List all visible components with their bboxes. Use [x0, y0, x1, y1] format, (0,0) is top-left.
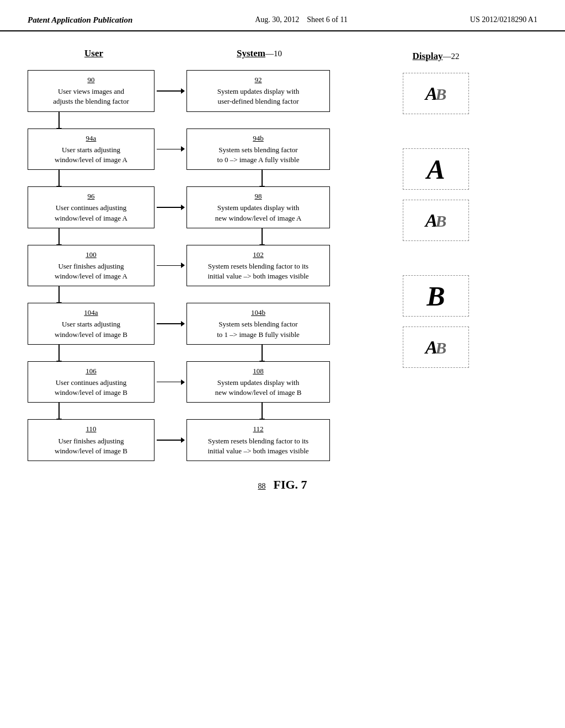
- vert-line-98: [262, 228, 263, 245]
- box-104a: 104a User starts adjusting window/level …: [28, 303, 154, 345]
- display-img-ab-2-text: AB: [425, 210, 447, 231]
- header-sheet: Sheet 6 of 11: [307, 15, 348, 24]
- vert-after-94: [28, 170, 386, 186]
- display-img-ab-1: AB: [403, 73, 469, 114]
- box-102: 102 System resets blending factor to its…: [186, 245, 330, 287]
- arrow-106-108: [157, 382, 184, 383]
- col-header-display: Display—22: [413, 51, 460, 62]
- box-110: 110 User finishes adjusting window/level…: [28, 419, 154, 461]
- display-img-ab-1-text: AB: [425, 83, 447, 104]
- box-104b-text: System sets blending factor to 1 –> imag…: [217, 320, 300, 338]
- arrow-94a-94b: [157, 149, 184, 150]
- vert-left-96: [28, 228, 90, 245]
- row-90-92: 90 User views images and adjusts the ble…: [28, 70, 386, 112]
- box-106: 106 User continues adjusting window/leve…: [28, 361, 154, 403]
- arrowhead-100-102: [181, 263, 185, 268]
- vert-line-94a: [58, 170, 60, 186]
- col-display-label: Display: [413, 51, 443, 61]
- row-104a-104b: 104a User starts adjusting window/level …: [28, 303, 386, 345]
- col-system-label: System: [237, 48, 265, 58]
- box-96-num: 96: [35, 191, 147, 201]
- publication-type-text: Patent Application Publication: [28, 15, 132, 24]
- display-column: Display—22 AB A: [386, 48, 486, 461]
- vert-right-94: [226, 170, 298, 186]
- patent-number-text: US 2012/0218290 A1: [470, 15, 537, 24]
- vert-after-104: [28, 345, 386, 361]
- fig-num: 88: [258, 482, 265, 490]
- display-img-ab-3-text: AB: [425, 337, 447, 358]
- box-110-text: User finishes adjusting window/level of …: [55, 437, 127, 455]
- header-patent-number: US 2012/0218290 A1: [470, 15, 537, 24]
- display-img-4-container: B: [403, 275, 469, 317]
- header-publication-type: Patent Application Publication: [28, 15, 132, 25]
- row-100-102: 100 User finishes adjusting window/level…: [28, 245, 386, 287]
- box-102-text: System resets blending factor to its ini…: [207, 262, 308, 280]
- arrow-90-92: [157, 90, 184, 92]
- display-img-3-container: AB: [403, 200, 469, 241]
- arrowhead-96-98: [181, 205, 185, 210]
- box-100-text: User finishes adjusting window/level of …: [55, 262, 127, 280]
- arrowhead-90-92: [181, 88, 185, 94]
- column-headers: User System—10: [28, 48, 386, 59]
- vert-left-100: [28, 286, 90, 303]
- arrowhead-110-112: [181, 437, 185, 443]
- vert-mid-spacer: [90, 170, 226, 186]
- box-108-num: 108: [194, 366, 323, 376]
- box-104a-text: User starts adjusting window/level of im…: [55, 320, 127, 338]
- display-img-ab-3: AB: [403, 326, 469, 368]
- fig-text: FIG. 7: [273, 478, 307, 491]
- vert-line-90: [58, 112, 60, 129]
- header-date-sheet: Aug. 30, 2012 Sheet 6 of 11: [255, 15, 348, 24]
- box-106-num: 106: [35, 366, 147, 376]
- user-system-columns: User System—10 90 User views images and …: [28, 48, 386, 461]
- vert-spacer-left: [28, 112, 90, 129]
- arrow-100-102: [157, 265, 184, 266]
- page-header: Patent Application Publication Aug. 30, …: [0, 0, 565, 31]
- box-104b: 104b System sets blending factor to 1 –>…: [186, 303, 330, 345]
- box-98: 98 System updates display with new windo…: [186, 186, 330, 228]
- vert-mid-spacer3: [90, 345, 226, 361]
- display-img-b: B: [403, 275, 469, 317]
- vert-left-94: [28, 170, 90, 186]
- main-content: User System—10 90 User views images and …: [0, 31, 565, 514]
- box-94a: 94a User starts adjusting window/level o…: [28, 129, 154, 170]
- box-110-num: 110: [35, 424, 147, 434]
- arrow-96-98: [157, 207, 184, 208]
- fig-label: 88 FIG. 7: [28, 478, 537, 492]
- display-img-2-container: A: [403, 148, 469, 190]
- box-100-num: 100: [35, 250, 147, 260]
- vert-line-100: [58, 286, 60, 303]
- box-92-num: 92: [194, 75, 323, 85]
- box-104b-num: 104b: [194, 308, 323, 318]
- vert-after-90: [28, 112, 386, 129]
- vert-line-104b: [262, 345, 263, 361]
- box-92-text: System updates display with user-defined…: [217, 87, 299, 105]
- col-header-user: User: [28, 48, 160, 59]
- display-img-ab-2: AB: [403, 200, 469, 241]
- row-96-98: 96 User continues adjusting window/level…: [28, 186, 386, 228]
- box-108: 108 System updates display with new wind…: [186, 361, 330, 403]
- vert-after-100: [28, 286, 386, 303]
- box-96-text: User continues adjusting window/level of…: [55, 204, 127, 222]
- col-display-num: —22: [443, 52, 459, 61]
- box-100: 100 User finishes adjusting window/level…: [28, 245, 154, 287]
- box-94b-num: 94b: [194, 133, 323, 143]
- box-94b: 94b System sets blending factor to 0 –> …: [186, 129, 330, 170]
- vert-line-106: [58, 403, 60, 419]
- col-header-system: System—10: [182, 48, 337, 59]
- box-112-num: 112: [194, 424, 323, 434]
- vert-line-108: [262, 403, 263, 419]
- arrow-104a-104b: [157, 323, 184, 324]
- col-user-label: User: [84, 48, 103, 58]
- vert-mid-spacer2: [90, 228, 226, 245]
- arrowhead-94a-94b: [181, 146, 185, 152]
- row-94a-94b: 94a User starts adjusting window/level o…: [28, 129, 386, 170]
- vert-after-106: [28, 403, 386, 419]
- box-92: 92 System updates display with user-defi…: [186, 70, 330, 112]
- box-94a-num: 94a: [35, 133, 147, 143]
- box-94a-text: User starts adjusting window/level of im…: [55, 146, 127, 164]
- vert-left-104: [28, 345, 90, 361]
- display-img-5-container: AB: [403, 326, 469, 368]
- vert-line-104a: [58, 345, 60, 361]
- arrowhead-104a-104b: [181, 321, 185, 326]
